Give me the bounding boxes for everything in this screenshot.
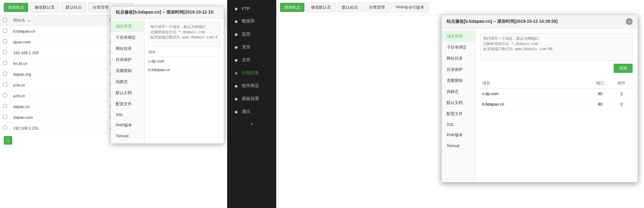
row-checkbox-4[interactable]	[3, 72, 7, 76]
dark-sidebar-item-exit[interactable]: ◆退出	[227, 105, 276, 118]
modal-left-sidebar-item-6[interactable]: 默认文档	[111, 87, 144, 98]
dark-sidebar-item-ftp[interactable]: ◆FTP	[227, 2, 276, 15]
modal-right-sidebar-item-8[interactable]: SSL	[442, 119, 475, 130]
shield-icon: ◆	[233, 45, 239, 50]
site-name-cell: b.bdapao.cn	[10, 26, 106, 37]
modal-left-sidebar-item-4[interactable]: 流量限制	[111, 65, 144, 76]
modal-right-sidebar-item-6[interactable]: 默认文档	[442, 97, 475, 108]
domain-col-label-left: 域名	[148, 50, 220, 55]
modal-right-sidebar-item-3[interactable]: 目录保护	[442, 64, 475, 75]
modal-left-sidebar-item-0[interactable]: 域名管理	[111, 21, 144, 32]
modal-left-sidebar-item-1[interactable]: 子目录绑定	[111, 32, 144, 43]
domain-name-left-1: b.bdapao.cn	[148, 67, 220, 72]
edit-default-page-button-right[interactable]: 修改默认页	[306, 2, 336, 12]
modal-left-sidebar-item-5[interactable]: 伪静态	[111, 76, 144, 87]
default-site-button-right[interactable]: 默认站点	[337, 2, 363, 12]
edit-default-page-button-left[interactable]: 修改默认页	[30, 2, 59, 12]
modal-right-sidebar-item-1[interactable]: 子目录绑定	[442, 42, 475, 53]
add-site-button-right[interactable]: 添加站点	[280, 3, 305, 12]
row-checkbox-8[interactable]	[3, 115, 7, 119]
dark-sidebar-item-db[interactable]: ◆数据库	[227, 15, 276, 28]
trash-icon-0[interactable]: 🗑	[619, 91, 624, 96]
port-cell-right-0: 80	[588, 91, 612, 96]
row-checkbox-3[interactable]	[3, 61, 7, 65]
row-checkbox-6[interactable]	[3, 93, 7, 97]
modal-left-sidebar-item-9[interactable]: PHP版本	[111, 120, 144, 131]
dark-sidebar-add-button[interactable]: +	[227, 118, 276, 131]
domain-cell-right-0: c.dp.com	[482, 91, 588, 96]
monitor-icon: ◆	[233, 32, 239, 37]
site-name-cell: dpao.com	[10, 37, 106, 47]
exit-icon: ◆	[233, 109, 239, 114]
row-checkbox-1[interactable]	[3, 39, 7, 43]
domain-list-table-header: 域名 端口 操作	[480, 78, 633, 89]
row-checkbox-5[interactable]	[3, 82, 7, 86]
modal-left-sidebar-item-8[interactable]: SSL	[111, 110, 144, 120]
add-domain-button[interactable]: 添加	[614, 64, 633, 73]
modal-right-title: 站点修改[b.bdapao.cn] -- 添加时间[2019-10-12 14:…	[447, 19, 558, 24]
domain-textarea-left[interactable]	[148, 22, 220, 47]
grid-icon: ◆	[233, 83, 239, 88]
modal-right: 站点修改[b.bdapao.cn] -- 添加时间[2019-10-12 14:…	[441, 15, 638, 182]
site-name-label: 网站名	[13, 18, 25, 22]
dark-sidebar-item-folder[interactable]: ◆文件	[227, 54, 276, 66]
default-site-button-left[interactable]: 默认站点	[61, 2, 86, 12]
dark-sidebar-item-gear[interactable]: ◆面板设置	[227, 92, 276, 105]
gear-icon: ◆	[233, 96, 239, 101]
modal-left-content: 域名 c.dp.comb.bdapao.cn	[145, 18, 224, 143]
ftp-icon: ◆	[233, 6, 239, 11]
delete-action-1[interactable]: 🗑	[612, 102, 631, 107]
dark-sidebar-item-monitor[interactable]: ◆监控	[227, 28, 276, 41]
site-name-cell: dapao.org	[10, 69, 106, 80]
dark-sidebar-item-calendar[interactable]: ◆计划任务	[227, 66, 276, 79]
domain-textarea-right[interactable]	[480, 33, 633, 61]
modal-left-sidebar-item-2[interactable]: 网站目录	[111, 43, 144, 54]
modal-right-sidebar-item-9[interactable]: PHP版本	[442, 130, 475, 141]
trash-icon-1[interactable]: 🗑	[619, 102, 624, 107]
site-name-cell: 192.168.1.231	[10, 123, 106, 134]
row-checkbox-7[interactable]	[3, 104, 7, 108]
modal-left-sidebar-item-10[interactable]: Tomcat	[111, 131, 144, 141]
port-col-header: 端口	[588, 80, 612, 86]
dark-sidebar: ◆FTP◆数据库◆监控◆安全◆文件◆计划任务◆软件商店◆面板设置◆退出+	[227, 0, 276, 208]
list-item: b.bdapao.cn	[148, 66, 220, 74]
dark-sidebar-label-8: 退出	[242, 109, 250, 114]
modal-left-sidebar-item-7[interactable]: 配置文件	[111, 98, 144, 110]
row-checkbox-0[interactable]	[3, 29, 7, 33]
domain-col-header: 域名	[482, 80, 588, 86]
dark-sidebar-item-grid[interactable]: ◆软件商店	[227, 79, 276, 92]
category-manage-button-left[interactable]: 分类管理	[88, 2, 113, 12]
modal-left-body: 域名管理子目录绑定网站目录目录保护流量限制伪静态默认文档配置文件SSLPHP版本…	[111, 18, 224, 143]
modal-right-sidebar-item-5[interactable]: 伪静态	[442, 86, 475, 97]
dark-sidebar-label-1: 数据库	[242, 18, 255, 24]
site-name-cell: tm.bt.cn	[10, 58, 106, 69]
modal-right-sidebar-item-0[interactable]: 域名管理	[442, 31, 475, 42]
modal-right-sidebar-item-7[interactable]: 配置文件	[442, 108, 475, 119]
add-site-button-left[interactable]: 添加站点	[4, 3, 28, 12]
list-item: c.dp.com 80 🗑	[480, 89, 633, 99]
modal-right-sidebar-item-4[interactable]: 流量限制	[442, 75, 475, 86]
calendar-icon: ◆	[233, 70, 239, 75]
delete-action-0[interactable]: 🗑	[612, 91, 631, 96]
dark-sidebar-label-6: 软件商店	[242, 83, 259, 89]
select-all-checkbox[interactable]	[3, 18, 7, 22]
page-1-button[interactable]: 1	[4, 136, 12, 145]
dark-sidebar-label-4: 文件	[242, 57, 250, 63]
list-item: c.dp.com	[148, 57, 220, 66]
folder-icon: ◆	[233, 58, 239, 62]
site-name-cell: a.bt.cn	[10, 90, 106, 101]
dark-sidebar-item-shield[interactable]: ◆安全	[227, 41, 276, 54]
action-col-header: 操作	[612, 80, 631, 86]
modal-right-sidebar-item-10[interactable]: Tomcat	[442, 141, 475, 151]
dark-sidebar-label-2: 监控	[242, 31, 250, 37]
row-checkbox-2[interactable]	[3, 50, 7, 54]
modal-right-close-button[interactable]: ×	[626, 18, 633, 25]
dark-sidebar-label-5: 计划任务	[242, 70, 259, 76]
modal-left-sidebar-item-3[interactable]: 目录保护	[111, 54, 144, 65]
modal-right-sidebar: 域名管理子目录绑定网站目录目录保护流量限制伪静态默认文档配置文件SSLPHP版本…	[442, 28, 475, 182]
right-toolbar: 添加站点 修改默认页 默认站点 分类管理 PHP命令行版本	[276, 0, 644, 15]
row-checkbox-9[interactable]	[3, 126, 7, 130]
modal-right-sidebar-item-2[interactable]: 网站目录	[442, 53, 475, 64]
php-cmd-button-right[interactable]: PHP命令行版本	[391, 2, 429, 12]
category-manage-button-right[interactable]: 分类管理	[364, 2, 390, 12]
